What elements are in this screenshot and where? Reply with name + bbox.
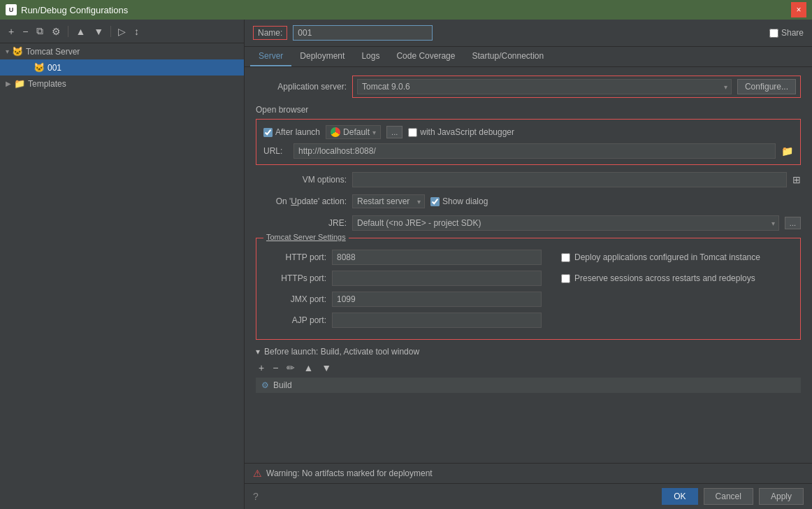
settings-button[interactable]: ⚙: [49, 24, 64, 38]
cancel-button[interactable]: Cancel: [704, 488, 753, 505]
ajp-port-row: AJP port:: [263, 313, 793, 328]
before-launch-header-text: Before launch: Build, Activate tool wind…: [264, 347, 419, 357]
show-dialog-text: Show dialog: [442, 196, 488, 206]
before-launch-up-button[interactable]: ▲: [300, 361, 316, 375]
arrow-down-button[interactable]: ▼: [91, 24, 106, 38]
config-001-label: 001: [48, 63, 61, 73]
expand-arrow-icon: ▾: [6, 48, 9, 55]
ajp-port-label: AJP port:: [263, 315, 326, 325]
folder-button[interactable]: 📁: [781, 145, 793, 157]
browser-dropdown-arrow: ▾: [372, 129, 376, 136]
separator: [68, 26, 68, 37]
app-server-label: Application server:: [256, 82, 347, 92]
url-input[interactable]: [293, 143, 776, 159]
on-update-select-wrapper: Restart server ▾: [352, 194, 425, 208]
preserve-sessions-checkbox[interactable]: [561, 274, 570, 283]
vm-options-input[interactable]: [352, 172, 787, 187]
before-launch-header: ▾ Before launch: Build, Activate tool wi…: [256, 347, 801, 357]
tab-startup-connection[interactable]: Startup/Connection: [463, 47, 552, 66]
app-server-select-wrapper: Tomcat 9.0.6 ▾: [357, 79, 732, 94]
tab-code-coverage[interactable]: Code Coverage: [388, 47, 463, 66]
before-launch-remove-button[interactable]: −: [270, 361, 281, 375]
deploy-apps-checkbox[interactable]: [561, 253, 570, 262]
jmx-port-input[interactable]: [332, 292, 542, 307]
url-label: URL:: [263, 146, 288, 156]
js-debugger-label[interactable]: with JavaScript debugger: [408, 127, 514, 137]
bottom-bar: ? OK Cancel Apply: [245, 483, 812, 509]
arrow-up-button[interactable]: ▲: [73, 24, 88, 38]
configure-button[interactable]: Configure...: [737, 79, 796, 94]
tab-deployment[interactable]: Deployment: [291, 47, 353, 66]
sort-button[interactable]: ↕: [131, 24, 142, 38]
app-server-select[interactable]: Tomcat 9.0.6: [357, 79, 732, 94]
tree-item-tomcat-server[interactable]: ▾ 🐱 Tomcat Server: [0, 43, 244, 59]
before-launch-build-item[interactable]: ⚙ Build: [256, 378, 801, 393]
https-port-row: HTTPs port: Preserve sessions across res…: [263, 271, 793, 286]
preserve-sessions-label: Preserve sessions across restarts and re…: [574, 273, 755, 283]
http-port-input[interactable]: [332, 250, 542, 265]
show-dialog-label[interactable]: Show dialog: [430, 196, 488, 206]
templates-label: Templates: [28, 79, 66, 89]
vm-options-row: VM options: ⊞: [256, 172, 801, 187]
open-browser-box: After launch Default ▾ ... w: [256, 119, 801, 165]
run-button[interactable]: ▷: [115, 24, 129, 38]
left-panel: + − ⧉ ⚙ ▲ ▼ ▷ ↕ ▾ 🐱 Tomcat Server 🐱 001 …: [0, 20, 245, 509]
https-port-input[interactable]: [332, 271, 542, 286]
app-server-row: Application server: Tomcat 9.0.6 ▾ Confi…: [256, 76, 801, 98]
add-button[interactable]: +: [6, 24, 17, 38]
remove-button[interactable]: −: [20, 24, 31, 38]
js-debugger-checkbox[interactable]: [408, 128, 417, 137]
show-dialog-checkbox[interactable]: [430, 197, 440, 206]
open-browser-label: Open browser: [256, 105, 801, 115]
jre-select[interactable]: Default (<no JRE> - project SDK): [352, 215, 779, 231]
browser-select-wrapper: Default ▾: [326, 125, 381, 139]
after-launch-text: After launch: [275, 127, 320, 137]
https-port-label: HTTPs port:: [263, 273, 326, 283]
before-launch-down-button[interactable]: ▼: [319, 361, 334, 375]
tomcat-icon: 🐱: [12, 46, 23, 57]
deploy-apps-label: Deploy applications configured in Tomcat…: [574, 252, 760, 262]
content-area: Application server: Tomcat 9.0.6 ▾ Confi…: [245, 67, 812, 463]
tomcat-settings-box: Tomcat Server Settings HTTP port: Deploy…: [256, 238, 801, 340]
tab-logs[interactable]: Logs: [353, 47, 388, 66]
before-launch-collapse-icon: ▾: [256, 347, 260, 357]
browser-row: After launch Default ▾ ... w: [263, 125, 793, 139]
before-launch-section: ▾ Before launch: Build, Activate tool wi…: [256, 347, 801, 393]
before-launch-add-button[interactable]: +: [256, 361, 267, 375]
help-button[interactable]: ?: [253, 491, 259, 502]
build-icon: ⚙: [261, 380, 269, 390]
right-panel: Name: Share Server Deployment Logs Code …: [245, 20, 812, 509]
browser-select-display[interactable]: Default ▾: [326, 125, 381, 139]
ajp-port-input[interactable]: [332, 313, 542, 328]
build-label: Build: [273, 380, 292, 390]
js-debugger-text: with JavaScript debugger: [420, 127, 514, 137]
jre-dots-button[interactable]: ...: [785, 217, 801, 229]
left-toolbar: + − ⧉ ⚙ ▲ ▼ ▷ ↕: [0, 20, 244, 43]
tree-item-001[interactable]: 🐱 001: [0, 59, 244, 76]
after-launch-checkbox[interactable]: [263, 128, 273, 137]
share-checkbox[interactable]: [769, 29, 778, 38]
deploy-apps-row: Deploy applications configured in Tomcat…: [561, 252, 760, 262]
on-update-select[interactable]: Restart server: [352, 194, 425, 208]
close-button[interactable]: ×: [791, 2, 806, 17]
browser-dots-button[interactable]: ...: [386, 126, 403, 138]
after-launch-label[interactable]: After launch: [263, 127, 320, 137]
config-icon: 🐱: [34, 62, 45, 73]
ok-button[interactable]: OK: [662, 488, 697, 505]
name-input[interactable]: [293, 25, 433, 41]
apply-button[interactable]: Apply: [759, 488, 804, 505]
tab-server[interactable]: Server: [250, 47, 291, 66]
copy-button[interactable]: ⧉: [34, 24, 46, 38]
expand-button[interactable]: ⊞: [792, 174, 801, 185]
preserve-sessions-row: Preserve sessions across restarts and re…: [561, 273, 755, 283]
tomcat-server-label: Tomcat Server: [26, 47, 80, 57]
share-row: Share: [769, 28, 804, 38]
http-port-label: HTTP port:: [263, 252, 326, 262]
warning-icon: ⚠: [253, 468, 262, 479]
tree-item-templates[interactable]: ▶ 📁 Templates: [0, 76, 244, 92]
http-port-row: HTTP port: Deploy applications configure…: [263, 250, 793, 265]
before-launch-edit-button[interactable]: ✏: [284, 361, 298, 375]
app-icon: U: [6, 4, 17, 15]
share-label: Share: [781, 28, 804, 38]
browser-default-text: Default: [343, 127, 370, 137]
